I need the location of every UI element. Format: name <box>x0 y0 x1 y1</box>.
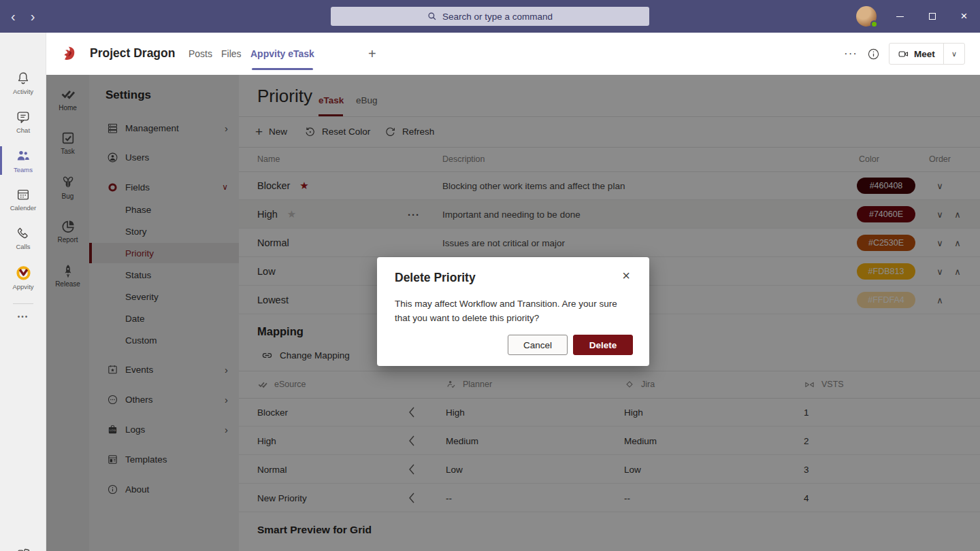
teams-icon <box>15 148 31 164</box>
sidebar-item-calendar[interactable]: Calender <box>0 181 46 218</box>
rail-divider <box>13 303 33 304</box>
sidebar-item-apps[interactable]: Apps <box>0 541 46 551</box>
tab-posts[interactable]: Posts <box>189 33 212 75</box>
nav-back-button[interactable]: ‹ <box>8 10 18 23</box>
search-input[interactable]: Search or type a command <box>331 7 649 26</box>
teams-sidebar: Activity Chat Teams Calender Calls Appvi… <box>0 33 46 551</box>
camera-icon <box>898 48 909 60</box>
calendar-icon <box>16 187 31 202</box>
channel-header: Project Dragon Posts Files Appvity eTask… <box>46 33 980 75</box>
status-available-dot <box>870 20 878 28</box>
apps-icon <box>16 548 31 551</box>
delete-button[interactable]: Delete <box>573 335 633 355</box>
search-placeholder: Search or type a command <box>442 12 553 22</box>
more-apps-button[interactable]: ••• <box>0 313 46 320</box>
team-name: Project Dragon <box>90 46 175 61</box>
bell-icon <box>16 71 31 86</box>
channel-more-menu[interactable]: ··· <box>844 33 858 75</box>
sidebar-item-chat[interactable]: Chat <box>0 103 46 140</box>
team-logo-phoenix <box>60 44 78 63</box>
delete-priority-dialog: Delete Priority × This may affect Workfl… <box>377 257 649 366</box>
nav-forward-button[interactable]: › <box>28 10 38 23</box>
avatar[interactable] <box>856 6 877 27</box>
cancel-button[interactable]: Cancel <box>508 335 568 355</box>
maximize-button[interactable] <box>916 0 948 33</box>
maximize-icon <box>929 13 936 20</box>
sidebar-item-appvity[interactable]: Appvity <box>0 258 46 295</box>
close-button[interactable]: × <box>948 0 980 33</box>
appvity-logo <box>15 264 32 281</box>
minimize-icon <box>896 16 904 17</box>
meet-dropdown-button[interactable]: ∨ <box>944 44 964 64</box>
sidebar-item-activity[interactable]: Activity <box>0 65 46 101</box>
close-icon[interactable]: × <box>618 267 634 285</box>
meet-button[interactable]: Meet <box>889 44 944 64</box>
sidebar-item-teams[interactable]: Teams <box>0 142 46 179</box>
minimize-button[interactable] <box>884 0 916 33</box>
dialog-title: Delete Priority <box>395 271 476 285</box>
titlebar: ‹ › Search or type a command × <box>0 0 980 33</box>
tab-appvity-etask[interactable]: Appvity eTask <box>250 33 314 75</box>
phone-icon <box>16 226 31 241</box>
tab-files[interactable]: Files <box>221 33 242 75</box>
sidebar-item-calls[interactable]: Calls <box>0 220 46 256</box>
chat-icon <box>16 110 31 124</box>
info-icon[interactable] <box>867 48 880 61</box>
search-icon <box>427 12 437 21</box>
meet-split-button: Meet ∨ <box>889 43 965 65</box>
dialog-message: This may affect Workflow and Transition.… <box>395 297 633 325</box>
add-tab-button[interactable]: + <box>368 33 376 75</box>
